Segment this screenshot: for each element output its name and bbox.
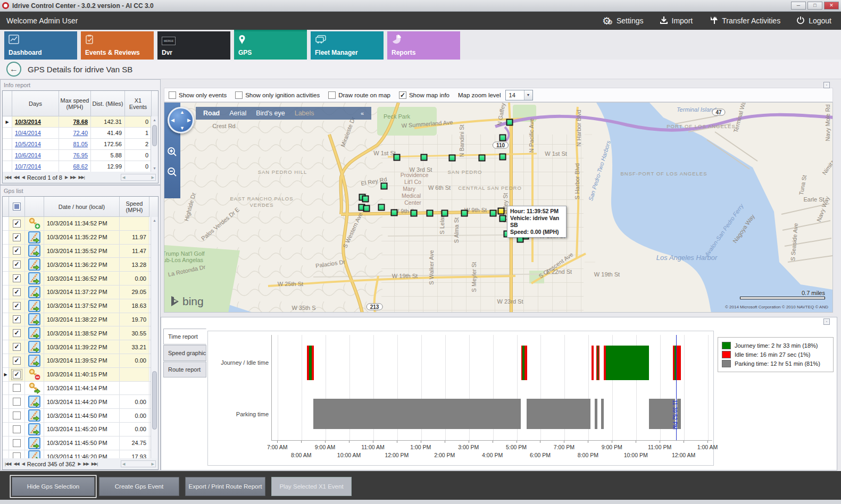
- info-report-row[interactable]: 10/6/201476.955.880: [3, 150, 158, 161]
- pan-up-icon[interactable]: ▲: [180, 110, 185, 115]
- show-map-info-checkbox[interactable]: ✓ Show map info: [399, 91, 449, 99]
- map-zoom-in-button[interactable]: [166, 146, 178, 158]
- row-checkbox[interactable]: ✓: [13, 288, 21, 296]
- import-button[interactable]: Import: [660, 16, 693, 26]
- gps-list-row[interactable]: ✓10/3/2014 11:35:22 PM11.97: [3, 231, 158, 245]
- map-type-birdseye[interactable]: Bird's eye: [256, 110, 285, 117]
- pager-prev-button[interactable]: ◀: [22, 461, 24, 466]
- pager-hscrollbar[interactable]: ◀▶: [121, 460, 156, 467]
- map-marker[interactable]: [499, 135, 506, 141]
- pager-last-button[interactable]: ▶▶|: [78, 175, 84, 180]
- info-report-row[interactable]: 10/7/201468.6212.990: [3, 161, 158, 172]
- tab-dvr[interactable]: MERGEDvr: [157, 31, 230, 60]
- max-speed-link[interactable]: 68.62: [73, 163, 88, 170]
- chart-tab-route-report[interactable]: Route report: [163, 362, 206, 377]
- max-speed-link[interactable]: 81.05: [73, 141, 88, 147]
- row-checkbox[interactable]: ✓: [13, 357, 21, 365]
- row-checkbox[interactable]: [13, 439, 21, 447]
- day-link[interactable]: 10/5/2014: [15, 141, 41, 147]
- map-marker[interactable]: [378, 204, 385, 211]
- pan-left-icon[interactable]: ◀: [171, 117, 174, 123]
- transfer-activities-button[interactable]: Transfer Activities: [709, 15, 780, 27]
- pager-hscrollbar[interactable]: ◀▶: [121, 174, 156, 181]
- row-checkbox[interactable]: ✓: [13, 371, 21, 379]
- gps-list-row[interactable]: ✓10/3/2014 11:38:52 PM30.55: [3, 326, 158, 340]
- day-link[interactable]: 10/7/2014: [15, 163, 41, 170]
- row-checkbox[interactable]: ✓: [13, 343, 21, 351]
- map-marker[interactable]: [499, 215, 506, 222]
- gps-list-row[interactable]: ✓10/3/2014 11:39:52 PM0.00: [3, 354, 158, 368]
- pager-next-page-button[interactable]: ▶▶: [70, 175, 76, 180]
- column-header[interactable]: Days: [12, 91, 59, 116]
- row-checkbox[interactable]: ✓: [13, 247, 21, 255]
- maximize-button[interactable]: □: [807, 2, 822, 10]
- pager-first-button[interactable]: |◀◀: [5, 461, 11, 466]
- row-checkbox[interactable]: [13, 384, 21, 392]
- hide-gps-selection-button[interactable]: Hide Gps Selection: [12, 477, 95, 496]
- map-marker[interactable]: [362, 196, 369, 203]
- max-speed-link[interactable]: 76.95: [73, 152, 88, 158]
- row-checkbox[interactable]: ✓: [13, 233, 21, 241]
- close-button[interactable]: ✕: [824, 2, 839, 10]
- pager-last-button[interactable]: ▶▶|: [91, 461, 97, 466]
- pan-right-icon[interactable]: ▶: [187, 117, 191, 123]
- info-table-scrollbar[interactable]: ▲ ▼: [151, 116, 158, 172]
- gps-list-row[interactable]: ✓10/3/2014 11:38:22 PM19.70: [3, 313, 158, 327]
- pan-down-icon[interactable]: ▼: [180, 125, 185, 131]
- export-print-route-report-button[interactable]: Export / Print Route Report: [185, 477, 265, 496]
- row-checkbox[interactable]: ✓: [13, 315, 21, 323]
- show-only-events-checkbox[interactable]: Show only events: [169, 91, 227, 99]
- column-header[interactable]: X1 Events: [125, 91, 152, 116]
- info-report-row[interactable]: 10/5/201481.05172.562: [3, 139, 158, 150]
- row-checkbox[interactable]: ✓: [13, 329, 21, 337]
- gps-list-row[interactable]: ✓10/3/2014 11:36:52 PM0.00: [3, 272, 158, 285]
- pager-next-button[interactable]: ▶: [78, 461, 80, 466]
- pager-next-button[interactable]: ▶: [65, 175, 68, 180]
- map-type-labels[interactable]: Labels: [295, 110, 314, 117]
- column-header[interactable]: Date / hour (local): [44, 197, 120, 217]
- column-header[interactable]: Max speed (MPH): [59, 91, 91, 116]
- map-marker[interactable]: [461, 210, 468, 217]
- gps-list-row[interactable]: ✓10/3/2014 11:37:22 PM29.05: [3, 285, 158, 299]
- gps-list-row[interactable]: 10/3/2014 11:45:50 PM24.75: [3, 436, 158, 450]
- map-type-aerial[interactable]: Aerial: [229, 110, 246, 117]
- gps-list-row[interactable]: ▶✓10/3/2014 11:40:15 PM: [3, 368, 158, 382]
- map-typebar-collapse-icon[interactable]: «: [361, 110, 364, 116]
- row-checkbox[interactable]: [13, 425, 21, 433]
- logout-button[interactable]: Logout: [796, 16, 831, 26]
- row-checkbox[interactable]: [13, 398, 21, 406]
- gps-list-row[interactable]: 10/3/2014 11:45:20 PM0.00: [3, 423, 158, 436]
- gps-list-row[interactable]: 10/3/2014 11:44:14 PM: [3, 382, 158, 396]
- chart-tab-speed-graphic[interactable]: Speed graphic: [163, 345, 206, 361]
- map-marker[interactable]: [427, 210, 434, 217]
- show-only-ignition-checkbox[interactable]: Show only ignition activities: [235, 91, 320, 99]
- map-marker[interactable]: [449, 155, 456, 162]
- minimize-button[interactable]: ─: [791, 2, 806, 10]
- tab-dashboard[interactable]: Dashboard: [4, 31, 77, 60]
- map-marker[interactable]: [363, 205, 370, 212]
- create-gps-event-button[interactable]: Create Gps Event: [99, 477, 179, 496]
- tab-reports[interactable]: Reports: [387, 31, 460, 60]
- map-zoom-dropdown[interactable]: 14 ▼: [505, 90, 533, 100]
- gps-list-row[interactable]: ✓10/3/2014 11:35:52 PM11.47: [3, 245, 158, 258]
- map-marker[interactable]: [490, 210, 497, 217]
- map-compass-control[interactable]: ▲ ▼ ◀ ▶: [168, 107, 194, 133]
- map-zoom-out-button[interactable]: [166, 166, 178, 178]
- pager-prev-page-button[interactable]: ◀◀: [13, 461, 19, 466]
- draw-route-checkbox[interactable]: Draw route on map: [328, 91, 390, 99]
- row-checkbox[interactable]: ✓: [13, 302, 21, 310]
- tab-events-reviews[interactable]: Events & Reviews: [81, 31, 154, 60]
- tab-gps[interactable]: GPS: [234, 31, 307, 60]
- day-link[interactable]: 10/4/2014: [15, 130, 41, 136]
- info-report-row[interactable]: ▶10/3/201478.68142.310: [3, 116, 158, 128]
- map-marker[interactable]: [381, 183, 388, 190]
- pager-first-button[interactable]: |◀◀: [5, 175, 11, 180]
- gps-list-row[interactable]: ✓10/3/2014 11:37:52 PM18.63: [3, 299, 158, 313]
- max-speed-link[interactable]: 72.40: [73, 130, 88, 136]
- map-canvas[interactable]: ▲ ▼ ◀ ▶ Road Aerial Bird's eye Labels « …: [164, 102, 833, 313]
- map-marker[interactable]: [391, 209, 398, 216]
- map-marker[interactable]: [506, 119, 513, 126]
- row-checkbox[interactable]: ✓: [13, 220, 21, 228]
- tab-fleet-manager[interactable]: Fleet Manager: [311, 31, 384, 60]
- map-type-road[interactable]: Road: [203, 110, 220, 117]
